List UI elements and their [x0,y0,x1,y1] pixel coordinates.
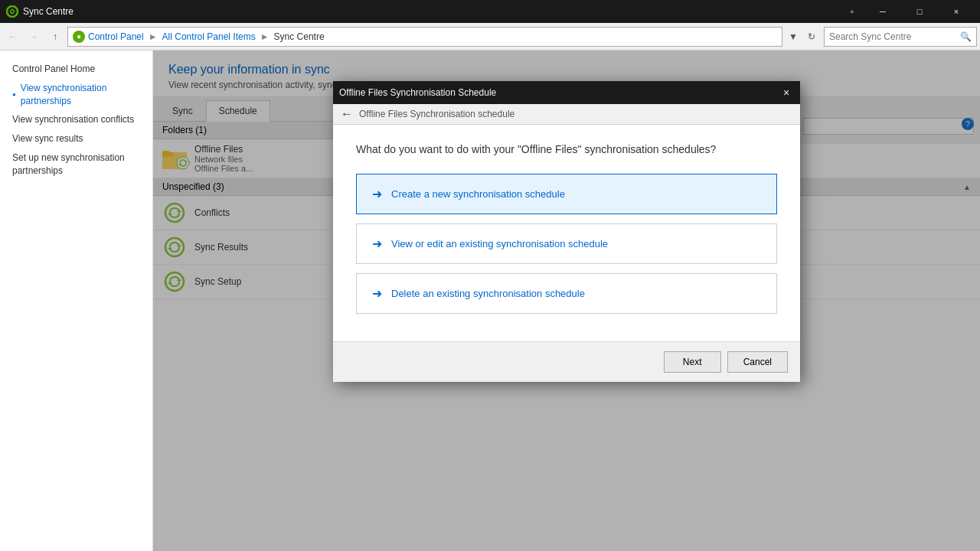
sidebar-set-up-label: Set up new synchronisation partnerships [12,152,140,178]
modal-close-button[interactable]: × [779,85,794,100]
new-tab-button[interactable]: + [841,0,864,23]
sidebar-item-view-conflicts[interactable]: View synchronisation conflicts [0,110,152,129]
modal: Offline Files Synchronisation Schedule ×… [333,81,800,382]
search-icon: 🔍 [960,31,972,42]
modal-option-delete-label: Delete an existing synchronisation sched… [391,288,585,299]
breadcrumb-dropdown[interactable]: ▼ [787,27,799,47]
modal-nav-title: Offline Files Synchronisation schedule [359,109,514,119]
cancel-button[interactable]: Cancel [727,351,788,373]
option-create-arrow-icon: ➜ [372,187,382,201]
modal-option-view-label: View or edit an existing synchronisation… [391,238,608,249]
breadcrumb-sep-1: ► [149,31,158,42]
content-area: Keep your information in sync View recen… [153,51,980,551]
modal-overlay: Offline Files Synchronisation Schedule ×… [153,51,980,551]
sidebar-view-conflicts-label: View synchronisation conflicts [12,113,134,126]
breadcrumb-sep-2: ► [260,31,270,42]
sidebar-item-set-up[interactable]: Set up new synchronisation partnerships [0,148,152,181]
breadcrumb-control-panel[interactable]: Control Panel [88,31,144,42]
search-bar: 🔍 [824,27,977,47]
breadcrumb-icon: ● [73,31,85,43]
svg-point-0 [7,6,18,17]
option-view-arrow-icon: ➜ [372,236,382,251]
maximize-button[interactable]: □ [902,0,937,23]
modal-back-button[interactable]: ← [341,107,353,121]
window-controls: + ─ □ × [841,0,974,23]
back-button[interactable]: ← [3,28,21,46]
modal-option-view-edit[interactable]: ➜ View or edit an existing synchronisati… [356,223,777,264]
breadcrumb-sync-centre: Sync Centre [274,31,325,42]
modal-nav: ← Offline Files Synchronisation schedule [333,104,800,125]
sidebar-item-view-partnerships[interactable]: View synchronisation partnerships [0,79,152,111]
modal-question: What do you want to do with your "Offlin… [356,143,777,155]
minimize-button[interactable]: ─ [865,0,900,23]
window-title: Sync Centre [23,6,841,17]
modal-footer: Next Cancel [333,341,800,382]
modal-title: Offline Files Synchronisation Schedule [339,87,779,98]
search-input[interactable] [829,31,957,42]
modal-body: What do you want to do with your "Offlin… [333,125,800,341]
modal-option-delete[interactable]: ➜ Delete an existing synchronisation sch… [356,273,777,314]
title-bar: Sync Centre + ─ □ × [0,0,980,23]
sidebar-view-results-label: View sync results [12,132,83,145]
sidebar-item-home[interactable]: Control Panel Home [0,60,152,79]
close-button[interactable]: × [939,0,974,23]
next-button[interactable]: Next [664,351,721,373]
modal-titlebar: Offline Files Synchronisation Schedule × [333,81,800,104]
breadcrumb-all-items[interactable]: All Control Panel Items [162,31,256,42]
refresh-button[interactable]: ↻ [802,28,821,46]
address-bar: ← → ↑ ● Control Panel ► All Control Pane… [0,23,980,51]
sidebar: Control Panel Home View synchronisation … [0,51,153,551]
sidebar-view-partnerships-label: View synchronisation partnerships [21,82,140,108]
sidebar-home-label: Control Panel Home [12,63,95,76]
up-button[interactable]: ↑ [46,28,64,46]
option-delete-arrow-icon: ➜ [372,286,382,301]
modal-option-create-new[interactable]: ➜ Create a new synchronisation schedule [356,174,777,214]
breadcrumb: ● Control Panel ► All Control Panel Item… [67,27,782,47]
app-icon [6,5,18,18]
forward-button[interactable]: → [24,28,43,46]
modal-option-create-label: Create a new synchronisation schedule [391,188,565,200]
sidebar-item-view-results[interactable]: View sync results [0,129,152,148]
main-layout: Control Panel Home View synchronisation … [0,51,980,551]
